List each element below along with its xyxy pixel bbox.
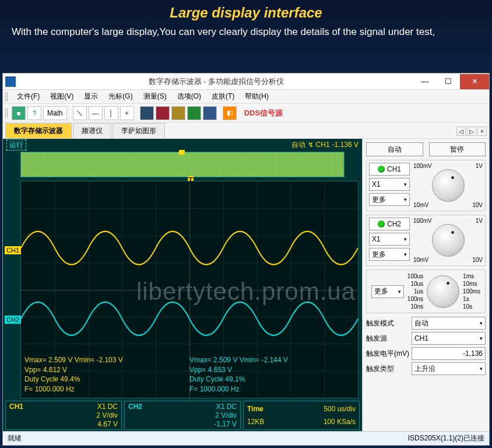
channel-status-bar: CH1X1 DC 2 V/div 4.67 V CH2X1 DC 2 V/div… xyxy=(3,400,362,431)
toolbar: ■ ? Math ＼ — │ ＋ ◧ DDS信号源 xyxy=(3,104,489,123)
toolbar-dds-icon[interactable]: ◧ xyxy=(223,106,237,120)
ch2-vdiv-knob[interactable] xyxy=(432,224,465,257)
ch1-measurements: Vmax= 2.509 V Vmin= -2.103 V Vpp= 4.612 … xyxy=(24,355,123,394)
menu-file[interactable]: 文件(F) xyxy=(13,90,43,103)
scope-display: 运行 自动 ↯ CH1 -1.136 V T CH1 CH2 xyxy=(3,139,362,431)
trigger-level-display: -1.136 V xyxy=(332,141,359,149)
ch2-more-select[interactable]: 更多 xyxy=(369,248,410,261)
ch2-measurements: Vmax= 2.509 V Vmin= -2.144 V Vpp= 4.653 … xyxy=(189,355,288,394)
menubar: 文件(F) 视图(V) 显示 光标(G) 测量(S) 选项(O) 皮肤(T) 帮… xyxy=(3,90,489,104)
toolbar-color-1[interactable] xyxy=(140,106,154,120)
ch1-led-icon xyxy=(378,166,385,173)
ch2-waveform xyxy=(21,302,358,335)
promo-title: Large display interface xyxy=(12,5,480,21)
ch2-marker: CH2 xyxy=(5,316,21,324)
toolbar-btn-help[interactable]: ? xyxy=(27,106,41,120)
trigger-source-select[interactable]: CH1 xyxy=(412,332,486,345)
toolbar-color-2[interactable] xyxy=(156,106,170,120)
toolbar-color-3[interactable] xyxy=(171,106,185,120)
toolbar-math-button[interactable]: Math xyxy=(43,106,67,120)
ch2-control-block: CH2 X1 更多 100mV 1V 10mV 10V xyxy=(366,215,486,266)
tab-oscilloscope[interactable]: 数字存储示波器 xyxy=(5,123,72,138)
trigger-level-input[interactable] xyxy=(412,347,486,360)
ch2-led-icon xyxy=(378,220,385,228)
run-status: 运行 xyxy=(6,139,26,150)
trigger-type-label: 触发类型 xyxy=(366,364,409,374)
buffer-overview[interactable] xyxy=(20,152,345,177)
trigger-edge-icon: ↯ xyxy=(308,141,314,149)
timebase-block: 更多 100us 10us 1us 100ns 10ns 1ms 10ms 10… xyxy=(366,270,486,313)
ch1-more-select[interactable]: 更多 xyxy=(369,193,410,206)
timebase-more-select[interactable]: 更多 xyxy=(371,285,404,298)
tab-next-button[interactable]: ▷ xyxy=(467,127,476,136)
trigger-mode-label: 触发模式 xyxy=(366,318,409,328)
close-button[interactable]: ✕ xyxy=(460,74,489,89)
waveform-area[interactable]: T CH1 CH2 xyxy=(20,181,359,398)
tab-spectrum[interactable]: 频谱仪 xyxy=(73,123,111,138)
toolbar-horiz-icon[interactable]: — xyxy=(89,106,103,120)
menu-measure[interactable]: 测量(S) xyxy=(140,90,170,103)
tab-lissajous[interactable]: 李萨如图形 xyxy=(113,123,165,138)
toolbar-btn-1[interactable]: ■ xyxy=(12,106,26,120)
menu-help[interactable]: 帮助(H) xyxy=(241,90,272,103)
menu-grip-icon xyxy=(5,92,9,102)
menu-cursor[interactable]: 光标(G) xyxy=(105,90,136,103)
statusbar: 就绪 ISDS205X(1.1)(2)已连接 xyxy=(3,431,489,445)
promo-desc: With the computer's large display,You ca… xyxy=(12,24,480,40)
maximize-button[interactable]: ☐ xyxy=(437,74,460,89)
menu-display[interactable]: 显示 xyxy=(80,90,101,103)
trigger-level-label: 触发电平(mV) xyxy=(366,349,409,359)
tab-prev-button[interactable]: ◁ xyxy=(456,127,466,136)
trigger-type-select[interactable]: 上升沿 xyxy=(412,362,486,375)
tabs-row: 数字存储示波器 频谱仪 李萨如图形 ◁ ▷ × xyxy=(3,123,489,139)
app-icon xyxy=(5,76,16,87)
menu-view[interactable]: 视图(V) xyxy=(47,90,77,103)
buffer-marker-icon xyxy=(179,150,185,155)
app-window: 数字存储示波器 - 多功能虚拟信号分析仪 — ☐ ✕ 文件(F) 视图(V) 显… xyxy=(2,73,490,446)
trigger-mode-display: 自动 xyxy=(291,140,305,150)
trigger-source-label: 触发源 xyxy=(366,334,409,344)
menu-options[interactable]: 选项(O) xyxy=(174,90,205,103)
window-title: 数字存储示波器 - 多功能虚拟信号分析仪 xyxy=(19,76,413,87)
ch1-marker: CH1 xyxy=(5,246,21,254)
status-ready: 就绪 xyxy=(8,433,22,443)
stop-button[interactable]: 暂停 xyxy=(429,142,486,156)
toolbar-cross-icon[interactable]: ＋ xyxy=(120,106,134,120)
status-connection: ISDS205X(1.1)(2)已连接 xyxy=(408,433,484,443)
ch2-toggle[interactable]: CH2 xyxy=(369,218,410,230)
toolbar-line-icon[interactable]: ＼ xyxy=(73,106,87,120)
trigger-mode-select[interactable]: 自动 xyxy=(412,317,486,330)
timebase-knob[interactable] xyxy=(427,275,459,308)
toolbar-color-5[interactable] xyxy=(203,106,217,120)
toolbar-dds-label[interactable]: DDS信号源 xyxy=(238,106,289,120)
side-panel: 自动 暂停 CH1 X1 更多 100mV xyxy=(362,139,489,431)
ch2-multiplier-select[interactable]: X1 xyxy=(369,233,410,246)
ch1-waveform xyxy=(21,232,358,265)
trigger-time-marker: T xyxy=(188,176,194,181)
auto-button[interactable]: 自动 xyxy=(366,142,423,156)
titlebar: 数字存储示波器 - 多功能虚拟信号分析仪 — ☐ ✕ xyxy=(3,74,489,90)
time-status-block: Time500 us/div 12KB100 KSa/s xyxy=(243,401,360,430)
trigger-channel-display: CH1 xyxy=(316,141,330,149)
toolbar-color-4[interactable] xyxy=(187,106,201,120)
ch1-toggle[interactable]: CH1 xyxy=(369,163,410,176)
minimize-button[interactable]: — xyxy=(413,74,437,89)
ch1-vdiv-knob[interactable] xyxy=(432,169,465,202)
ch1-status-block: CH1X1 DC 2 V/div 4.67 V xyxy=(5,401,122,430)
toolbar-vert-icon[interactable]: │ xyxy=(104,106,118,120)
ch1-multiplier-select[interactable]: X1 xyxy=(369,178,410,191)
tab-close-button[interactable]: × xyxy=(477,127,487,136)
trigger-settings: 触发模式 自动 触发源 CH1 触发电平(mV) 触发类型 上升沿 xyxy=(366,317,486,375)
ch1-control-block: CH1 X1 更多 100mV 1V 10mV 10V xyxy=(366,160,486,211)
ch2-status-block: CH2X1 DC 2 V/div -1.17 V xyxy=(124,401,241,430)
menu-skin[interactable]: 皮肤(T) xyxy=(208,90,238,103)
toolbar-grip-icon xyxy=(5,108,9,118)
